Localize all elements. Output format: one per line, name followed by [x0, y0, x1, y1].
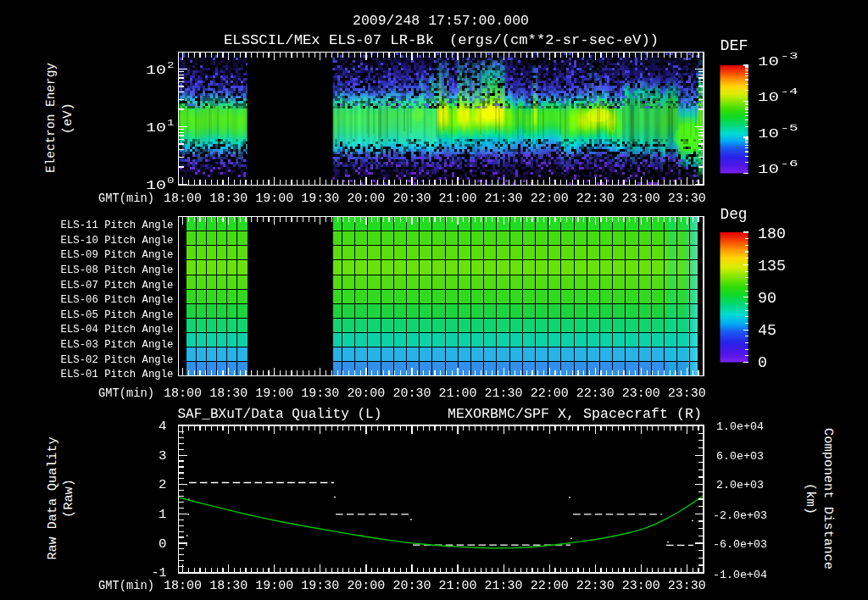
svg-text:23:00: 23:00	[622, 579, 660, 593]
svg-text:23:00: 23:00	[622, 192, 660, 206]
svg-text:20:30: 20:30	[392, 386, 431, 401]
svg-text:1: 1	[159, 508, 167, 522]
svg-text:19:00: 19:00	[255, 579, 293, 593]
svg-text:21:30: 21:30	[485, 386, 523, 401]
svg-text:ELSSCIL/MEx ELS-07 LR-Bk: ELSSCIL/MEx ELS-07 LR-Bk	[224, 32, 434, 48]
svg-text:19:00: 19:00	[255, 386, 293, 401]
svg-text:-6.0e+03: -6.0e+03	[713, 538, 767, 551]
svg-text:ELS-10 Pitch Angle: ELS-10 Pitch Angle	[61, 234, 174, 247]
svg-text:0: 0	[758, 353, 767, 372]
svg-text:45: 45	[758, 321, 776, 340]
svg-text:21:00: 21:00	[439, 192, 477, 206]
svg-text:18:00: 18:00	[164, 192, 202, 206]
svg-text:180: 180	[758, 225, 786, 243]
svg-text:-2.0e+03: -2.0e+03	[713, 509, 767, 522]
svg-text:18:30: 18:30	[209, 386, 248, 401]
svg-text:0: 0	[159, 537, 167, 552]
svg-text:22:00: 22:00	[531, 579, 569, 593]
svg-text:20:00: 20:00	[347, 579, 385, 593]
svg-text:19:30: 19:30	[301, 579, 339, 593]
svg-text:-4: -4	[781, 86, 798, 97]
svg-text:ELS-07 Pitch Angle: ELS-07 Pitch Angle	[61, 279, 174, 292]
svg-text:18:30: 18:30	[209, 192, 248, 206]
svg-text:19:30: 19:30	[301, 192, 339, 206]
svg-text:19:30: 19:30	[301, 386, 339, 401]
svg-text:22:00: 22:00	[531, 192, 569, 206]
svg-text:-1: -1	[152, 566, 167, 581]
svg-text:ELS-08 Pitch Angle: ELS-08 Pitch Angle	[61, 264, 174, 276]
svg-text:10: 10	[758, 163, 779, 177]
svg-text:MEXORBMC/SPF X, Spacecraft (R): MEXORBMC/SPF X, Spacecraft (R)	[448, 407, 702, 422]
svg-text:2.0e+03: 2.0e+03	[716, 479, 764, 492]
svg-text:20:00: 20:00	[347, 386, 385, 401]
svg-text:22:30: 22:30	[576, 192, 615, 206]
svg-text:18:00: 18:00	[164, 386, 202, 401]
svg-text:0: 0	[167, 175, 175, 186]
svg-text:ELS-05 Pitch Angle: ELS-05 Pitch Angle	[61, 308, 174, 321]
svg-text:(eV): (eV)	[61, 103, 75, 134]
svg-text:ELS-06 Pitch Angle: ELS-06 Pitch Angle	[61, 293, 174, 306]
svg-text:Deg: Deg	[721, 206, 748, 223]
svg-text:2: 2	[167, 60, 175, 70]
svg-text:SAF_BXuT/Data Quality (L): SAF_BXuT/Data Quality (L)	[177, 407, 381, 422]
svg-text:(km): (km)	[803, 483, 817, 514]
svg-text:10: 10	[758, 127, 779, 142]
svg-text:21:00: 21:00	[439, 579, 477, 593]
svg-text:-3: -3	[781, 51, 798, 61]
svg-text:10: 10	[146, 121, 166, 136]
svg-text:23:30: 23:30	[668, 192, 706, 206]
svg-text:-5: -5	[781, 123, 798, 133]
svg-text:22:30: 22:30	[576, 386, 615, 401]
svg-text:2009/248 17:57:00.000: 2009/248 17:57:00.000	[353, 13, 529, 29]
svg-text:ELS-11 Pitch Angle: ELS-11 Pitch Angle	[61, 219, 174, 231]
svg-text:1: 1	[167, 118, 175, 128]
svg-text:-6: -6	[781, 158, 798, 169]
svg-text:3: 3	[159, 449, 167, 464]
svg-text:18:00: 18:00	[164, 579, 202, 593]
svg-text:10: 10	[758, 91, 779, 105]
svg-text:19:00: 19:00	[255, 192, 293, 206]
svg-text:23:30: 23:30	[668, 579, 706, 593]
svg-text:2: 2	[159, 478, 167, 492]
svg-text:GMT(min): GMT(min)	[98, 192, 154, 205]
svg-text:ELS-04 Pitch Angle: ELS-04 Pitch Angle	[61, 323, 174, 336]
svg-text:1.0e+04: 1.0e+04	[716, 420, 764, 433]
svg-text:ELS-09 Pitch Angle: ELS-09 Pitch Angle	[61, 248, 174, 261]
svg-text:10: 10	[758, 55, 779, 69]
svg-text:23:00: 23:00	[622, 386, 660, 401]
svg-text:90: 90	[758, 289, 776, 308]
svg-text:Electron Energy: Electron Energy	[44, 63, 58, 173]
svg-text:20:30: 20:30	[392, 579, 431, 593]
svg-text:135: 135	[758, 257, 786, 275]
svg-text:20:00: 20:00	[347, 192, 385, 206]
svg-text:ELS-02 Pitch Angle: ELS-02 Pitch Angle	[61, 353, 174, 366]
svg-text:10: 10	[146, 64, 166, 78]
svg-text:GMT(min): GMT(min)	[98, 386, 154, 400]
svg-text:18:30: 18:30	[209, 579, 248, 593]
svg-text:23:30: 23:30	[668, 386, 706, 401]
svg-text:GMT(min): GMT(min)	[98, 579, 154, 592]
svg-text:DEF: DEF	[721, 37, 748, 54]
svg-text:6.0e+03: 6.0e+03	[716, 450, 764, 463]
svg-text:Component Distance: Component Distance	[821, 428, 835, 569]
svg-text:ELS-01 Pitch Angle: ELS-01 Pitch Angle	[61, 368, 174, 381]
svg-text:21:30: 21:30	[485, 579, 523, 593]
svg-text:4: 4	[159, 419, 167, 434]
svg-text:22:00: 22:00	[531, 386, 569, 401]
svg-text:(Raw): (Raw)	[62, 479, 76, 518]
svg-text:21:30: 21:30	[485, 192, 523, 206]
svg-text:ELS-03 Pitch Angle: ELS-03 Pitch Angle	[61, 338, 174, 351]
svg-text:-1.0e+04: -1.0e+04	[713, 569, 767, 581]
svg-text:(ergs/(cm**2-sr-sec-eV)): (ergs/(cm**2-sr-sec-eV))	[449, 32, 659, 48]
svg-text:21:00: 21:00	[439, 386, 477, 401]
svg-text:22:30: 22:30	[576, 579, 615, 593]
svg-text:Raw Data Quality: Raw Data Quality	[46, 437, 60, 560]
svg-text:20:30: 20:30	[392, 192, 431, 206]
